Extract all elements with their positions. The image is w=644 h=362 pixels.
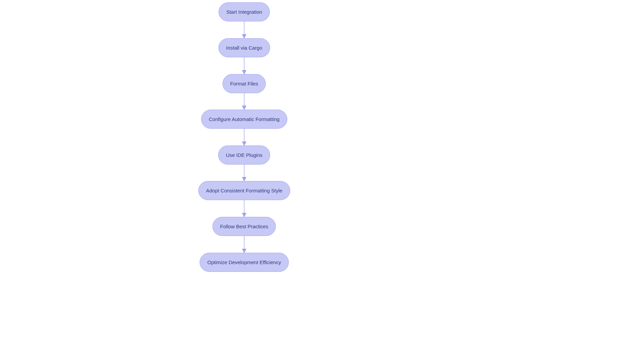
node-format-files[interactable]: Format Files bbox=[222, 74, 266, 93]
node-label: Use IDE Plugins bbox=[226, 153, 262, 158]
node-start-integration[interactable]: Start Integration bbox=[219, 2, 270, 21]
node-label: Install via Cargo bbox=[226, 45, 262, 50]
node-follow-best-practices[interactable]: Follow Best Practices bbox=[212, 217, 276, 236]
node-label: Start Integration bbox=[226, 9, 262, 14]
node-label: Optimize Development Efficiency bbox=[207, 260, 281, 265]
node-label: Format Files bbox=[230, 81, 258, 86]
node-adopt-consistent-formatting-style[interactable]: Adopt Consistent Formatting Style bbox=[198, 181, 290, 200]
flowchart-canvas: Start Integration Install via Cargo Form… bbox=[0, 0, 644, 362]
node-install-via-cargo[interactable]: Install via Cargo bbox=[218, 38, 270, 57]
node-label: Configure Automatic Formatting bbox=[209, 117, 280, 122]
flowchart-arrows bbox=[0, 0, 644, 362]
node-optimize-development-efficiency[interactable]: Optimize Development Efficiency bbox=[200, 253, 289, 272]
node-label: Follow Best Practices bbox=[220, 224, 268, 229]
node-configure-automatic-formatting[interactable]: Configure Automatic Formatting bbox=[201, 110, 287, 129]
node-label: Adopt Consistent Formatting Style bbox=[206, 188, 282, 193]
node-use-ide-plugins[interactable]: Use IDE Plugins bbox=[218, 145, 270, 165]
